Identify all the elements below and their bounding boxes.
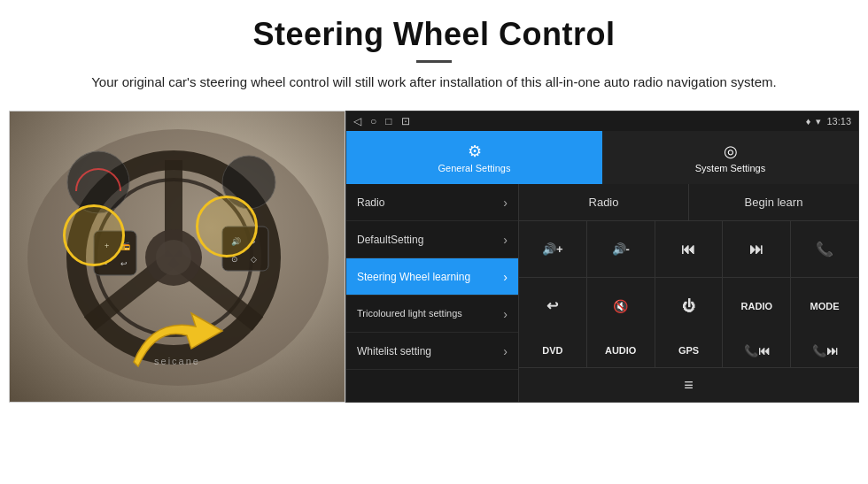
return-button[interactable]: ↩ bbox=[519, 278, 586, 334]
highlight-left bbox=[63, 204, 125, 266]
menu-list-icon: ≡ bbox=[684, 376, 694, 395]
panel-row-top: Radio Begin learn bbox=[519, 184, 858, 221]
left-menu: Radio › DefaultSetting › Steering Wheel … bbox=[346, 184, 519, 402]
prev-track-button[interactable]: ⏮ bbox=[655, 221, 723, 277]
menu-item-whitelist[interactable]: Whitelist setting › bbox=[346, 333, 518, 370]
screenshot-icon[interactable]: ⊡ bbox=[401, 115, 410, 127]
control-buttons-grid: 🔊+ 🔊- ⏮ ⏭ bbox=[519, 221, 858, 334]
begin-learn-button[interactable]: Begin learn bbox=[689, 184, 858, 220]
menu-item-radio-label: Radio bbox=[357, 196, 503, 209]
status-bar: ◁ ○ □ ⊡ ♦ ▾ 13:13 bbox=[346, 111, 858, 131]
menu-item-tricoloured[interactable]: Tricoloured light settings › bbox=[346, 296, 518, 333]
next-track-icon: ⏭ bbox=[749, 242, 763, 257]
begin-learn-label: Begin learn bbox=[745, 196, 803, 209]
tab-general[interactable]: ⚙ General Settings bbox=[346, 131, 602, 184]
audio-button[interactable]: AUDIO bbox=[587, 334, 655, 367]
vol-up-icon: 🔊+ bbox=[542, 242, 563, 256]
menu-item-steering[interactable]: Steering Wheel learning › bbox=[346, 258, 518, 296]
tab-system-label: System Settings bbox=[695, 163, 765, 173]
main-content: Radio › DefaultSetting › Steering Wheel … bbox=[346, 184, 858, 402]
menu-item-whitelist-label: Whitelist setting bbox=[357, 345, 503, 357]
home-icon[interactable]: ○ bbox=[370, 115, 376, 127]
highlight-right bbox=[196, 196, 258, 257]
dvd-button[interactable]: DVD bbox=[519, 334, 586, 367]
bottom-buttons-grid: DVD AUDIO GPS 📞⏮ 📞⏭ bbox=[519, 334, 858, 367]
menu-item-default[interactable]: DefaultSetting › bbox=[346, 221, 518, 258]
chevron-icon-5: › bbox=[503, 344, 508, 358]
mute-button[interactable]: 🔇 bbox=[587, 278, 655, 334]
location-icon: ♦ bbox=[806, 116, 811, 127]
radio-label: Radio bbox=[589, 196, 619, 209]
car-image-container: + 📻 - ↩ 🔊 ⋄ ⊙ ◇ bbox=[9, 111, 345, 403]
page-wrapper: Steering Wheel Control Your original car… bbox=[0, 0, 868, 403]
bottom-single-grid: ≡ bbox=[519, 367, 858, 402]
tab-system[interactable]: ◎ System Settings bbox=[602, 131, 858, 184]
panel-radio: Radio bbox=[519, 184, 689, 220]
title-divider bbox=[416, 60, 452, 63]
system-settings-icon: ◎ bbox=[724, 142, 738, 161]
tab-general-label: General Settings bbox=[438, 163, 511, 173]
menu-list-button[interactable]: ≡ bbox=[519, 368, 858, 402]
gps-label: GPS bbox=[678, 345, 699, 356]
back-icon[interactable]: ◁ bbox=[353, 115, 361, 127]
status-bar-left: ◁ ○ □ ⊡ bbox=[353, 115, 410, 127]
radio-button[interactable]: RADIO bbox=[723, 278, 790, 334]
call-icon: 📞 bbox=[816, 241, 833, 257]
call-next-icon: 📞⏭ bbox=[812, 344, 838, 357]
arrow-svg bbox=[125, 300, 231, 380]
chevron-icon-3: › bbox=[503, 270, 508, 284]
chevron-icon-2: › bbox=[503, 233, 508, 247]
mode-button[interactable]: MODE bbox=[791, 278, 858, 334]
power-button[interactable]: ⏻ bbox=[655, 278, 723, 334]
general-settings-icon: ⚙ bbox=[468, 142, 482, 161]
chevron-icon: › bbox=[503, 196, 508, 210]
gps-button[interactable]: GPS bbox=[655, 334, 723, 367]
call-button[interactable]: 📞 bbox=[791, 221, 858, 277]
mode-button-label: MODE bbox=[810, 301, 840, 311]
android-ui: ◁ ○ □ ⊡ ♦ ▾ 13:13 ⚙ General Settings bbox=[345, 111, 859, 403]
menu-item-radio[interactable]: Radio › bbox=[346, 184, 518, 221]
car-image-bg: + 📻 - ↩ 🔊 ⋄ ⊙ ◇ bbox=[10, 111, 345, 402]
call-next-button[interactable]: 📞⏭ bbox=[791, 334, 858, 367]
return-icon: ↩ bbox=[546, 297, 558, 314]
svg-point-7 bbox=[156, 240, 191, 275]
dvd-label: DVD bbox=[542, 345, 562, 356]
vol-up-button[interactable]: 🔊+ bbox=[519, 221, 586, 277]
watermark: seicane bbox=[154, 356, 200, 366]
power-icon: ⏻ bbox=[682, 298, 695, 313]
svg-text:◇: ◇ bbox=[251, 255, 257, 264]
content-area: + 📻 - ↩ 🔊 ⋄ ⊙ ◇ bbox=[9, 111, 859, 403]
call-prev-icon: 📞⏮ bbox=[744, 344, 770, 357]
right-panel: Radio Begin learn 🔊+ bbox=[519, 184, 858, 402]
header-section: Steering Wheel Control Your original car… bbox=[0, 0, 868, 102]
svg-text:↩: ↩ bbox=[120, 259, 128, 268]
vol-down-icon: 🔊- bbox=[612, 242, 630, 256]
vol-down-button[interactable]: 🔊- bbox=[587, 221, 655, 277]
audio-label: AUDIO bbox=[605, 345, 636, 356]
recents-icon[interactable]: □ bbox=[385, 115, 391, 127]
signal-icon: ▾ bbox=[816, 116, 821, 127]
page-title: Steering Wheel Control bbox=[35, 16, 833, 53]
prev-track-icon: ⏮ bbox=[681, 242, 695, 257]
next-track-button[interactable]: ⏭ bbox=[723, 221, 790, 277]
menu-item-default-label: DefaultSetting bbox=[357, 234, 503, 246]
radio-button-label: RADIO bbox=[741, 301, 772, 311]
status-bar-right: ♦ ▾ 13:13 bbox=[806, 116, 851, 127]
menu-item-steering-label: Steering Wheel learning bbox=[357, 271, 503, 283]
settings-tabs: ⚙ General Settings ◎ System Settings bbox=[346, 131, 858, 184]
subtitle: Your original car's steering wheel contr… bbox=[71, 72, 797, 93]
chevron-icon-4: › bbox=[503, 307, 508, 321]
clock: 13:13 bbox=[826, 116, 851, 127]
menu-item-tricoloured-label: Tricoloured light settings bbox=[357, 307, 503, 319]
mute-icon: 🔇 bbox=[613, 299, 628, 313]
call-prev-button[interactable]: 📞⏮ bbox=[723, 334, 790, 367]
